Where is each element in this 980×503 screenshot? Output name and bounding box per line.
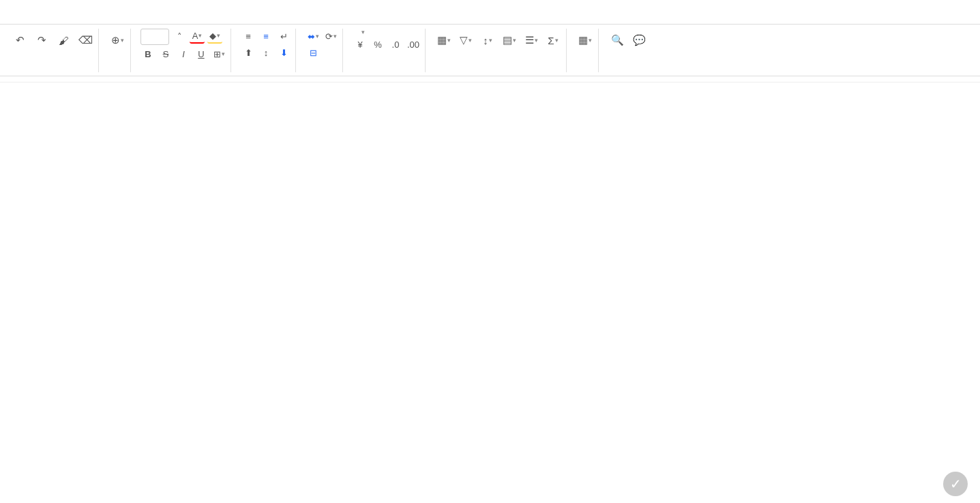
find-icon[interactable]: 🔍 bbox=[608, 31, 626, 49]
font-size-up-icon[interactable]: ˄ bbox=[172, 29, 187, 44]
condfmt-icon[interactable]: ▤▾ bbox=[501, 31, 518, 49]
valign-bot-icon[interactable]: ⬇ bbox=[276, 45, 291, 60]
align-center-icon[interactable]: ≡ bbox=[258, 29, 273, 44]
merge-icon[interactable]: ⬌▾ bbox=[306, 29, 321, 44]
italic-icon[interactable]: I bbox=[176, 46, 191, 61]
cell-reference[interactable] bbox=[0, 76, 980, 82]
underline-icon[interactable]: U bbox=[194, 46, 209, 61]
percent-icon[interactable]: % bbox=[370, 37, 385, 52]
dropdown-icon[interactable]: ☰▾ bbox=[522, 31, 540, 49]
number-format-select[interactable] bbox=[353, 29, 358, 35]
comment-icon[interactable]: 💬 bbox=[630, 31, 648, 49]
format-brush-icon[interactable]: 🖌 bbox=[55, 31, 72, 49]
align-left-icon[interactable]: ≡ bbox=[241, 29, 256, 44]
wrap-icon[interactable]: ↵ bbox=[276, 29, 291, 44]
dec-inc-icon[interactable]: .0 bbox=[388, 37, 403, 52]
rotate-icon[interactable]: ⟳▾ bbox=[323, 29, 338, 44]
font-size-input[interactable] bbox=[140, 29, 169, 45]
valign-top-icon[interactable]: ⬆ bbox=[241, 45, 256, 60]
sort-icon[interactable]: ↕▾ bbox=[479, 31, 496, 49]
fill-color-icon[interactable]: ◆▾ bbox=[207, 29, 222, 44]
strike-icon[interactable]: S bbox=[158, 46, 173, 61]
font-color-icon[interactable]: A▾ bbox=[190, 29, 205, 44]
toolbar: ↶ ↷ 🖌 ⌫ ⊕▾ ˄ A▾ ◆▾ B S I bbox=[0, 25, 980, 76]
split-cells-icon[interactable]: ⊟ bbox=[306, 45, 321, 60]
sheet-tabs bbox=[0, 0, 980, 25]
multitable-icon[interactable]: ▦▾ bbox=[576, 31, 594, 49]
freeze-icon[interactable]: ▦▾ bbox=[435, 31, 453, 49]
border-icon[interactable]: ⊞▾ bbox=[211, 46, 226, 61]
clear-format-icon[interactable]: ⌫ bbox=[76, 31, 94, 49]
undo-icon[interactable]: ↶ bbox=[11, 31, 29, 49]
dec-dec-icon[interactable]: .00 bbox=[406, 37, 421, 52]
formula-icon[interactable]: Σ▾ bbox=[544, 31, 562, 49]
valign-mid-icon[interactable]: ↕ bbox=[258, 45, 273, 60]
redo-icon[interactable]: ↷ bbox=[33, 31, 50, 49]
currency-icon[interactable]: ¥ bbox=[353, 37, 368, 52]
insert-icon[interactable]: ⊕▾ bbox=[108, 31, 126, 49]
filter-icon[interactable]: ▽▾ bbox=[457, 31, 475, 49]
bold-icon[interactable]: B bbox=[140, 46, 155, 61]
